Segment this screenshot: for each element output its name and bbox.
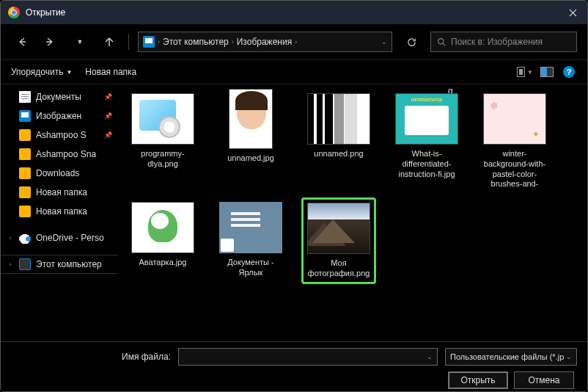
chevron-down-icon: ▼ <box>527 69 533 76</box>
filename: unnamed.png <box>314 149 363 159</box>
filename: winter-background-with-pastel-color-brus… <box>482 149 548 187</box>
nav-bar: ▼ › Этот компьютер › Изображения › ⌄ Пои… <box>1 24 587 59</box>
preview-icon <box>540 67 554 77</box>
refresh-button[interactable] <box>401 32 422 52</box>
help-button[interactable]: ? <box>561 64 577 80</box>
nav-separator <box>128 34 129 50</box>
chevron-down-icon[interactable]: ⌄ <box>381 38 387 46</box>
close-button[interactable] <box>558 1 587 24</box>
file-item[interactable]: winter-background-with-pastel-color-brus… <box>477 89 552 192</box>
file-grid[interactable]: g programmy-dlya.pngunnamed.jpgunnamed.p… <box>118 84 587 341</box>
sidebar-item[interactable]: Ashampoo Sna <box>1 145 118 164</box>
help-icon: ? <box>563 66 575 78</box>
sidebar-item-onedrive[interactable]: ›OneDrive - Perso <box>1 228 118 247</box>
file-item[interactable]: What-is-differentiated-instruction-fi.jp… <box>389 89 464 192</box>
pin-icon: 📌 <box>104 131 112 139</box>
img-icon <box>19 110 31 122</box>
chevron-down-icon[interactable]: ⌄ <box>427 353 433 360</box>
chrome-icon <box>8 7 20 18</box>
folder-icon <box>19 206 31 217</box>
pin-icon: 📌 <box>104 93 112 101</box>
thumbnail <box>307 93 370 145</box>
new-folder-button[interactable]: Новая папка <box>85 67 136 77</box>
breadcrumb[interactable]: › Этот компьютер › Изображения › ⌄ <box>138 32 392 52</box>
chevron-right-icon: › <box>232 38 234 46</box>
expand-icon[interactable]: › <box>7 261 14 268</box>
filename: Документы - Ярлык <box>218 258 284 278</box>
open-button[interactable]: Открыть <box>448 371 508 389</box>
search-input[interactable]: Поиск в: Изображения <box>430 32 577 52</box>
file-item[interactable]: unnamed.jpg <box>213 89 288 192</box>
folder-icon <box>19 148 31 160</box>
view-mode-button[interactable]: ▼ <box>517 64 533 80</box>
titlebar: Открытие <box>1 1 587 24</box>
filename: What-is-differentiated-instruction-fi.jp… <box>394 149 460 179</box>
file-item[interactable]: Моя фотография.png <box>301 197 376 284</box>
search-icon <box>437 37 446 47</box>
folder-icon <box>19 129 31 141</box>
cancel-button[interactable]: Отмена <box>514 371 574 389</box>
sidebar-item[interactable]: Downloads <box>1 164 118 183</box>
search-placeholder: Поиск в: Изображения <box>451 37 543 47</box>
doc-icon <box>19 91 31 103</box>
breadcrumb-root[interactable]: Этот компьютер <box>163 37 229 47</box>
organize-button[interactable]: Упорядочить▼ <box>11 67 72 77</box>
chevron-right-icon: › <box>158 38 160 46</box>
pc-icon <box>19 258 31 270</box>
sidebar-item[interactable]: Новая папка <box>1 202 118 221</box>
forward-button[interactable] <box>40 32 61 52</box>
sidebar-item[interactable]: Документы📌 <box>1 87 118 106</box>
thumbnail <box>483 93 546 145</box>
sidebar-item[interactable]: Ashampoo S📌 <box>1 126 118 145</box>
sidebar-item[interactable]: Изображен📌 <box>1 106 118 126</box>
dl-icon <box>19 167 31 179</box>
thumbnail <box>131 93 194 145</box>
filetype-filter[interactable]: Пользовательские файлы (*.jp⌄ <box>445 348 577 366</box>
filename: unnamed.jpg <box>227 153 274 164</box>
file-item[interactable]: unnamed.png <box>301 89 376 192</box>
chevron-down-icon[interactable]: ⌄ <box>566 353 572 360</box>
file-item[interactable]: Документы - Ярлык <box>213 197 288 284</box>
thumbnail <box>229 89 273 149</box>
filename: programmy-dlya.png <box>130 149 196 170</box>
sidebar-item[interactable]: Новая папка <box>1 183 118 202</box>
breadcrumb-current[interactable]: Изображения <box>237 37 292 47</box>
sidebar: Документы📌Изображен📌Ashampoo S📌Ashampoo … <box>1 84 118 341</box>
thumbnail <box>219 202 282 253</box>
sidebar-item-thispc[interactable]: ›Этот компьютер <box>1 255 118 274</box>
pin-icon: 📌 <box>104 112 112 120</box>
thumbnail <box>131 202 194 253</box>
thumbnail <box>395 93 458 145</box>
preview-pane-button[interactable] <box>539 64 555 80</box>
view-icon <box>517 67 525 77</box>
file-item[interactable]: Аватарка.jpg <box>125 197 200 284</box>
recent-dropdown[interactable]: ▼ <box>70 32 90 52</box>
back-button[interactable] <box>11 32 32 52</box>
chevron-down-icon: ▼ <box>66 69 72 76</box>
toolbar: Упорядочить▼ Новая папка ▼ ? <box>1 59 587 84</box>
folder-icon <box>19 186 31 198</box>
filename: Моя фотография.png <box>306 258 371 279</box>
up-button[interactable] <box>99 32 120 52</box>
file-item[interactable]: programmy-dlya.png <box>125 89 200 192</box>
pc-icon <box>143 36 155 48</box>
svg-point-0 <box>438 38 444 43</box>
cloud-icon <box>19 232 31 244</box>
filename: Аватарка.jpg <box>139 258 187 268</box>
filename-input[interactable]: ⌄ <box>178 348 438 366</box>
expand-icon[interactable]: › <box>7 234 14 242</box>
filename-label: Имя файла: <box>11 352 171 362</box>
chevron-right-icon: › <box>295 38 297 46</box>
thumbnail <box>307 203 370 254</box>
footer: Имя файла: ⌄ Пользовательские файлы (*.j… <box>1 341 587 392</box>
window-title: Открытие <box>26 7 558 18</box>
